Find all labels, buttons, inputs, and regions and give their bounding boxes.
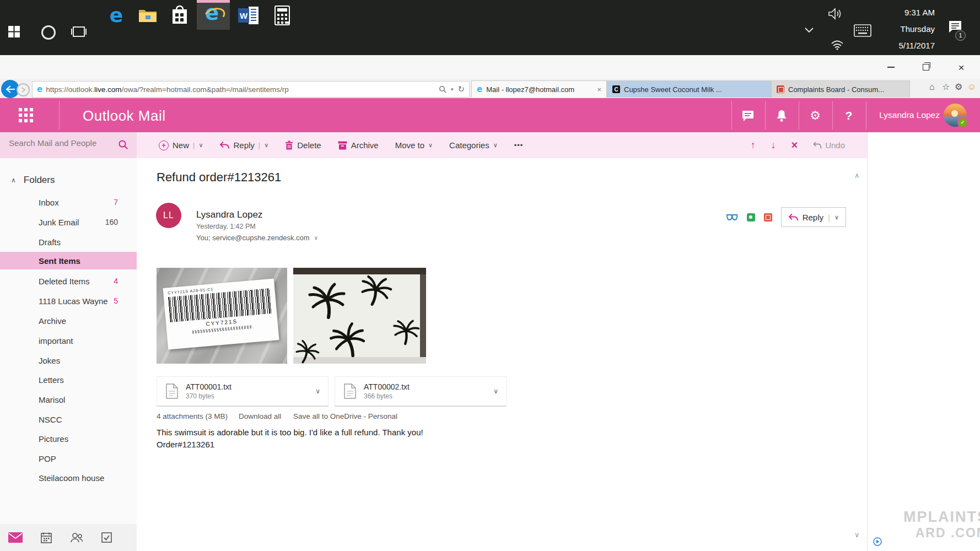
window-restore-button[interactable]: [918, 61, 934, 74]
sidebar-item-marisol[interactable]: Marisol: [0, 391, 137, 408]
sidebar-item-drafts[interactable]: Drafts: [0, 233, 137, 251]
user-avatar[interactable]: ✓: [944, 104, 967, 127]
app-launcher-icon[interactable]: [19, 108, 35, 125]
categories-button[interactable]: Categories∨: [449, 141, 498, 150]
search-icon[interactable]: [439, 85, 446, 93]
sidebar-item-1118-lucas-wayne[interactable]: 1118 Lucas Wayne5: [0, 292, 137, 310]
recipient-line[interactable]: You; service@cupshe.zendesk.com ∨: [196, 234, 318, 242]
sender-avatar[interactable]: LL: [156, 203, 181, 228]
tab-mail[interactable]: e Mail - llopez7@hotmail.com ×: [471, 80, 607, 98]
attachment-menu-chevron-icon[interactable]: ∨: [315, 387, 320, 395]
refresh-icon[interactable]: ↻: [457, 84, 465, 94]
attachment-menu-chevron-icon[interactable]: ∨: [493, 387, 498, 395]
mail-module-icon[interactable]: [8, 532, 23, 543]
settings-gear-icon[interactable]: ⚙: [955, 83, 962, 91]
sidebar-item-important[interactable]: important: [0, 332, 137, 349]
clock-date[interactable]: 5/11/2017: [874, 41, 935, 50]
sidebar-item-pictures[interactable]: Pictures: [0, 430, 137, 447]
clock-time[interactable]: 9:31 AM: [874, 8, 935, 17]
sidebar-item-junk[interactable]: Junk Email160: [0, 213, 137, 231]
search-caret-icon[interactable]: ▾: [451, 87, 454, 92]
unread-count: 4: [114, 277, 118, 285]
clock-day[interactable]: Thursday: [874, 24, 935, 34]
sidebar-item-steilacoom-house[interactable]: Steilacoom house: [0, 469, 137, 487]
owa-settings-gear-icon[interactable]: ⚙: [804, 105, 826, 127]
archive-button[interactable]: Archive: [338, 141, 379, 150]
sidebar-item-pop[interactable]: POP: [0, 450, 137, 467]
reply-button-toolbar[interactable]: Reply|∨: [219, 141, 268, 150]
close-reading-pane-button[interactable]: ×: [791, 139, 798, 152]
adchoices-icon[interactable]: [873, 537, 882, 546]
word-taskbar-icon[interactable]: W: [237, 4, 261, 26]
collapse-chevron-icon[interactable]: ∧: [11, 176, 16, 184]
sidebar-item-sent-items[interactable]: Sent Items: [0, 252, 137, 269]
attachment-image-barcode[interactable]: CYY721S A28-01-C1 CYY721S: [157, 268, 287, 364]
unread-count: 7: [114, 198, 118, 207]
attachment-card[interactable]: ATT00002.txt366 bytes ∨: [335, 376, 507, 407]
favorites-star-icon[interactable]: ☆: [942, 83, 950, 91]
browser-forward-button[interactable]: [17, 83, 30, 96]
file-icon: [344, 383, 356, 399]
help-icon[interactable]: ?: [838, 105, 860, 127]
user-name[interactable]: Lysandra Lopez: [874, 110, 940, 120]
search-input[interactable]: [8, 138, 115, 148]
folder-sidebar: ∧ Folders Inbox7 Junk Email160 Drafts Se…: [0, 158, 137, 551]
wifi-icon[interactable]: [830, 39, 844, 51]
move-to-button[interactable]: Move to∨: [395, 141, 433, 150]
tray-expand-chevron-icon[interactable]: [804, 26, 815, 35]
sidebar-item-deleted-items[interactable]: Deleted Items4: [0, 272, 137, 290]
cortana-icon[interactable]: [41, 25, 56, 40]
attachment-image-swimsuit[interactable]: [293, 268, 426, 364]
edge-taskbar-icon[interactable]: e: [106, 2, 127, 28]
sidebar-item-archive[interactable]: Archive: [0, 312, 137, 329]
sidebar-item-inbox[interactable]: Inbox7: [0, 193, 137, 211]
undo-button[interactable]: Undo: [813, 141, 845, 150]
ie-taskbar-button-active[interactable]: e: [197, 0, 230, 30]
sender-name[interactable]: Lysandra Lopez: [196, 209, 262, 220]
scroll-down-chevron-icon[interactable]: ∨: [854, 531, 860, 539]
sidebar-item-jokes[interactable]: Jokes: [0, 352, 137, 369]
start-button-icon[interactable]: [7, 25, 20, 38]
next-item-button[interactable]: ↓: [771, 139, 776, 151]
tasks-module-icon[interactable]: [101, 532, 112, 543]
home-icon[interactable]: ⌂: [929, 83, 935, 91]
store-taskbar-icon[interactable]: [170, 3, 190, 26]
file-explorer-taskbar-icon[interactable]: [137, 6, 158, 25]
save-all-onedrive-link[interactable]: Save all to OneDrive - Personal: [293, 412, 397, 420]
tab-close-icon[interactable]: ×: [597, 85, 601, 94]
tab-complaints-board[interactable]: Complaints Board - Consum...: [771, 80, 910, 98]
sunglasses-addin-icon[interactable]: [726, 214, 738, 221]
red-addin-icon[interactable]: [764, 213, 772, 222]
reply-button[interactable]: Reply | ∨: [781, 207, 846, 227]
tab-cupshe[interactable]: C Cupshe Sweet Coconut Milk ...: [607, 80, 771, 98]
volume-icon[interactable]: [828, 7, 843, 21]
sidebar-search-icon[interactable]: [118, 139, 128, 150]
attachment-card[interactable]: ATT00001.txt370 bytes ∨: [157, 376, 329, 407]
new-button[interactable]: New|∨: [159, 141, 203, 150]
scroll-up-chevron-icon[interactable]: ∧: [854, 171, 860, 180]
notifications-bell-icon[interactable]: [771, 105, 793, 127]
delete-button[interactable]: Delete: [285, 141, 321, 150]
previous-item-button[interactable]: ↑: [750, 139, 755, 151]
feedback-smiley-icon[interactable]: ☺: [967, 83, 976, 91]
download-all-link[interactable]: Download all: [239, 412, 281, 420]
window-minimize-button[interactable]: [882, 61, 899, 74]
calculator-taskbar-icon[interactable]: [272, 4, 292, 27]
touch-keyboard-icon[interactable]: [853, 23, 872, 37]
undo-arrow-icon: [813, 142, 822, 149]
more-commands-button[interactable]: •••: [514, 141, 524, 149]
people-module-icon[interactable]: [70, 532, 83, 543]
task-view-icon[interactable]: [71, 25, 87, 37]
calendar-module-icon[interactable]: [41, 532, 52, 543]
window-close-button[interactable]: ×: [953, 61, 970, 74]
watermark: MPLAINTS ARD .COM: [903, 509, 980, 541]
chevron-down-icon: ∨: [264, 142, 268, 149]
expand-recipients-chevron-icon[interactable]: ∨: [314, 235, 318, 241]
green-addin-icon[interactable]: [747, 213, 755, 222]
address-bar[interactable]: e https://outlook.live.com/owa/?realm=ho…: [32, 81, 470, 98]
sidebar-item-letters[interactable]: Letters: [0, 371, 137, 388]
sidebar-item-nscc[interactable]: NSCC: [0, 410, 137, 428]
chat-icon[interactable]: [737, 105, 759, 127]
message-actions: Reply | ∨: [726, 207, 846, 227]
folders-header[interactable]: ∧ Folders: [11, 175, 55, 186]
